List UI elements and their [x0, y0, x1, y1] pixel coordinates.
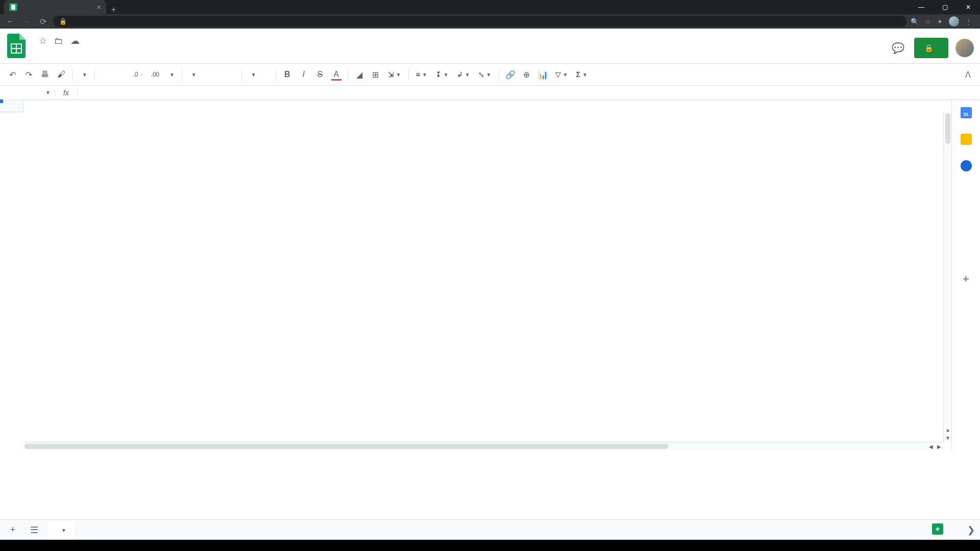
borders-button[interactable]: ⊞ [369, 67, 383, 82]
currency-button[interactable] [99, 67, 113, 82]
paint-format-button[interactable]: 🖌 [54, 67, 68, 82]
profile-avatar[interactable] [949, 16, 959, 27]
toolbar: ↶ ↷ 🖶 🖌 ▼ .0 ← .00 ▼ ▼ ▼ B I S A ◢ ⊞ ⇲▼ … [0, 63, 980, 86]
explore-button[interactable]: ✦ [926, 520, 954, 538]
h-align-button[interactable]: ≡▼ [413, 70, 430, 79]
vertical-scroll-thumb[interactable] [945, 113, 950, 144]
spreadsheet-grid[interactable]: ▲ ▼ ◀ ▶ + [0, 100, 980, 450]
taskbar-placeholder [0, 540, 980, 551]
cloud-status-icon[interactable]: ☁ [70, 35, 80, 46]
italic-button[interactable]: I [297, 67, 311, 82]
select-all-corner[interactable] [0, 100, 23, 112]
sheet-tabs-bar: + ☰ ▼ ✦ ❯ [0, 519, 980, 540]
fx-icon: fx [55, 89, 78, 97]
print-button[interactable]: 🖶 [38, 67, 52, 82]
sheets-logo[interactable] [6, 33, 27, 59]
rotate-button[interactable]: ⤡▼ [475, 70, 495, 79]
star-icon[interactable]: ☆ [39, 35, 47, 46]
back-button[interactable]: ← [4, 15, 16, 28]
forward-button[interactable]: → [20, 15, 33, 28]
bookmark-icon[interactable]: ☆ [925, 18, 931, 26]
zoom-icon[interactable]: 🔍 [911, 18, 919, 26]
tab-close-icon[interactable]: × [97, 3, 101, 11]
tasks-icon[interactable] [961, 160, 972, 171]
formula-bar: ▼ fx [0, 86, 980, 100]
comments-button[interactable]: 💬 [889, 39, 907, 57]
bold-button[interactable]: B [280, 67, 295, 82]
horizontal-scroll-thumb[interactable] [24, 444, 668, 449]
strike-button[interactable]: S [313, 67, 327, 82]
link-button[interactable]: 🔗 [503, 67, 518, 82]
browser-chrome: × + — ▢ ✕ ← → ⟳ 🔒 🔍 ☆ ✦ ⋮ [0, 0, 980, 29]
font-size-select[interactable]: ▼ [246, 72, 272, 78]
number-format-select[interactable]: ▼ [164, 72, 178, 78]
redo-button[interactable]: ↷ [21, 67, 36, 82]
reload-button[interactable]: ⟳ [37, 15, 49, 28]
all-sheets-button[interactable]: ☰ [27, 522, 42, 538]
sheet-tab-menu-icon[interactable]: ▼ [61, 528, 66, 533]
add-addon-button[interactable]: + [963, 272, 969, 286]
window-close-button[interactable]: ✕ [957, 0, 980, 14]
account-avatar[interactable] [955, 39, 974, 57]
name-box[interactable]: ▼ [0, 90, 55, 95]
sheet-tab[interactable]: ▼ [48, 520, 75, 540]
comment-button[interactable]: ⊕ [520, 67, 534, 82]
new-tab-button[interactable]: + [106, 5, 121, 14]
dec-decrease-button[interactable]: .0 ← [132, 67, 146, 82]
zoom-select[interactable]: ▼ [77, 72, 90, 78]
lock-icon: 🔒 [59, 18, 67, 25]
horizontal-scrollbar[interactable]: ◀ ▶ [23, 442, 943, 450]
browser-tab[interactable]: × [4, 0, 106, 14]
wrap-button[interactable]: ↲▼ [454, 70, 473, 79]
text-color-button[interactable]: A [329, 67, 344, 82]
keep-icon[interactable] [961, 134, 972, 145]
percent-button[interactable] [115, 67, 130, 82]
add-sheet-button[interactable]: + [5, 522, 20, 538]
functions-button[interactable]: Σ▼ [573, 70, 591, 79]
collapse-toolbar-button[interactable]: ᐱ [961, 67, 975, 82]
extensions-icon[interactable]: ✦ [937, 18, 943, 26]
fill-color-button[interactable]: ◢ [352, 67, 366, 82]
share-button[interactable]: 🔒 [914, 38, 948, 58]
chart-button[interactable]: 📊 [536, 67, 550, 82]
address-bar[interactable]: 🔒 [53, 16, 906, 27]
lock-icon: 🔒 [924, 44, 933, 52]
undo-button[interactable]: ↶ [5, 67, 19, 82]
calendar-icon[interactable] [961, 107, 972, 118]
side-panel: + [951, 100, 980, 450]
sheets-favicon [9, 3, 17, 11]
font-select[interactable]: ▼ [186, 72, 237, 78]
move-icon[interactable]: 🗀 [54, 36, 63, 46]
sheets-header: ☆ 🗀 ☁ 💬 🔒 [0, 29, 980, 59]
dec-increase-button[interactable]: .00 [148, 67, 162, 82]
v-align-button[interactable]: ↧▼ [432, 70, 452, 79]
filter-button[interactable]: ▽▼ [552, 70, 571, 79]
explore-icon: ✦ [932, 523, 943, 535]
vertical-scrollbar[interactable]: ▲ ▼ [943, 112, 951, 442]
browser-menu-icon[interactable]: ⋮ [965, 18, 972, 26]
window-maximize-button[interactable]: ▢ [933, 0, 957, 14]
side-panel-toggle[interactable]: ❯ [967, 524, 975, 536]
window-minimize-button[interactable]: — [910, 0, 933, 14]
merge-button[interactable]: ⇲▼ [385, 70, 404, 79]
